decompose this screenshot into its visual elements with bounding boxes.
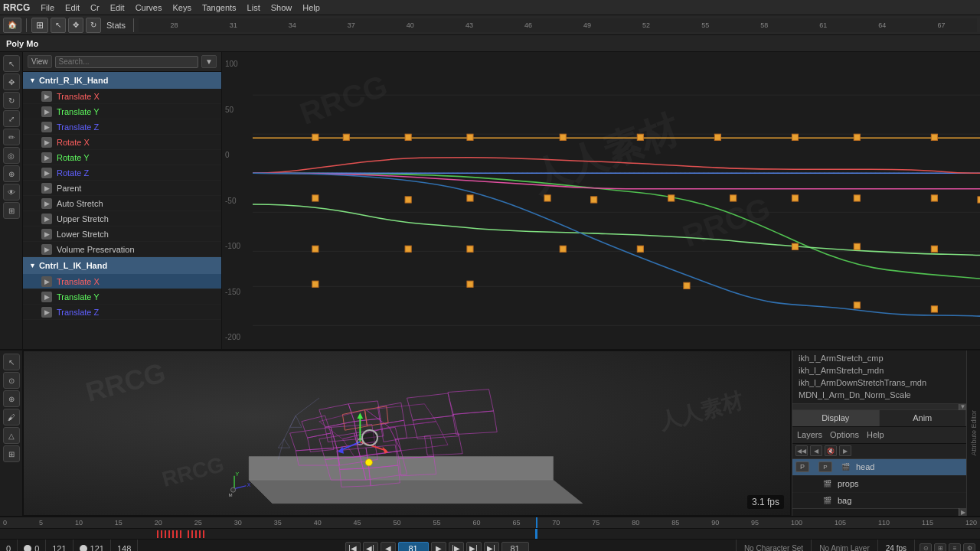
options-tab[interactable]: Options [830, 430, 859, 439]
vp-sidebar-polygon[interactable]: △ [3, 427, 20, 444]
ch-upper-stretch-1[interactable]: ▶ Upper Stretch [23, 211, 221, 227]
pb-next[interactable]: |▶ [449, 542, 464, 552]
vp-sidebar-lasso[interactable]: ⊙ [3, 372, 20, 389]
vp-sidebar-scatter[interactable]: ⊞ [3, 445, 20, 462]
status-frame-total[interactable]: 148 [111, 540, 138, 551]
pb-prev[interactable]: ◀ [381, 542, 396, 552]
status-icon-1[interactable]: ⊙ [920, 543, 932, 552]
ch-translate-z-2[interactable]: ▶ Translate Z [23, 305, 221, 320]
menu-curves[interactable]: Curves [131, 2, 167, 14]
layer-ctrl-2[interactable]: ◀ [810, 445, 822, 456]
timeline-track[interactable] [0, 529, 980, 539]
attr-scrollbar[interactable]: ▼ [792, 404, 966, 410]
menu-file[interactable]: File [36, 2, 59, 14]
pb-last[interactable]: ▶| [484, 542, 499, 552]
status-fps[interactable]: 24 fps [877, 540, 914, 551]
ch-lower-stretch-1[interactable]: ▶ Lower Stretch [23, 227, 221, 242]
pb-first[interactable]: |◀ [345, 542, 361, 552]
status-frame-count[interactable]: 0 [18, 540, 46, 551]
status-frame-end[interactable]: 121 [74, 540, 111, 551]
attr-item-0[interactable]: ikh_l_ArmStretch_cmp [795, 352, 963, 364]
svg-rect-39 [931, 306, 937, 312]
toolbar-move[interactable]: ✥ [68, 18, 83, 33]
svg-text:M: M [228, 492, 232, 497]
layer-btn-p[interactable]: P [795, 461, 809, 472]
layer-ctrl-3[interactable]: 🔇 [825, 445, 837, 456]
svg-rect-10 [467, 134, 473, 140]
toolbar-home[interactable]: 🏠 [3, 18, 21, 33]
layer-btn-head[interactable]: P [818, 461, 832, 472]
ch-translate-z-1[interactable]: ▶ Translate Z [23, 119, 221, 135]
svg-rect-27 [312, 246, 318, 252]
channel-group-2-header[interactable]: ▼ Cntrl_L_IK_Hand [23, 257, 221, 274]
svg-rect-32 [792, 243, 798, 249]
timeline-current-indicator [536, 517, 537, 528]
menu-list[interactable]: List [243, 2, 265, 14]
vp-sidebar-brush[interactable]: 🖌 [3, 409, 20, 425]
vp-sidebar-transform[interactable]: ⊕ [3, 390, 20, 407]
vp-sidebar-select[interactable]: ↖ [3, 354, 20, 370]
viewport-3d[interactable]: RRCG 人人素材 RRCG [23, 350, 792, 516]
ch-translate-y-1[interactable]: ▶ Translate Y [23, 104, 221, 119]
menu-keys[interactable]: Keys [168, 2, 195, 14]
sidebar-icon-magnet[interactable]: ⊕ [3, 165, 20, 182]
ch-translate-x-2[interactable]: ▶ Translate X [23, 274, 221, 289]
status-frame-count2[interactable]: 121 [46, 540, 73, 551]
sidebar-icon-rotate[interactable]: ↻ [3, 92, 20, 109]
search-input[interactable] [55, 56, 199, 68]
svg-rect-9 [405, 134, 411, 140]
status-icon-4[interactable]: ⚙ [963, 543, 975, 552]
end-frame-display[interactable]: 81 [501, 542, 529, 552]
ch-parent-1[interactable]: ▶ Parent [23, 181, 221, 196]
help-tab[interactable]: Help [867, 430, 884, 439]
sidebar-icon-scale[interactable]: ⤢ [3, 110, 20, 127]
menu-edit[interactable]: Edit [60, 2, 84, 14]
layer-row-bag[interactable]: 🎬 bag [792, 493, 966, 509]
layer-row-head[interactable]: P P 🎬 head [792, 459, 966, 476]
sidebar-icon-select[interactable]: ↖ [3, 55, 20, 72]
ch-rotate-y-1[interactable]: ▶ Rotate Y [23, 150, 221, 165]
toolbar-rotate[interactable]: ↻ [86, 18, 101, 33]
sidebar-icon-grid[interactable]: ⊞ [3, 202, 20, 219]
ch-auto-stretch-1[interactable]: ▶ Auto Stretch [23, 196, 221, 211]
anim-tab[interactable]: Anim [880, 410, 967, 426]
sidebar-icon-circle[interactable]: ◎ [3, 147, 20, 164]
pb-prev-key[interactable]: ◀| [363, 542, 378, 552]
attr-item-3[interactable]: MDN_l_Arm_Dn_Norm_Scale [795, 389, 963, 401]
status-frame-start[interactable]: 0 [0, 540, 18, 551]
pb-next-key[interactable]: ▶| [466, 542, 482, 552]
channel-group-1-header[interactable]: ▼ Cntrl_R_IK_Hand [23, 72, 221, 89]
ch-rotate-x-1[interactable]: ▶ Rotate X [23, 135, 221, 150]
sidebar-icon-view[interactable]: 👁 [3, 184, 20, 201]
toolbar-grid[interactable]: ⊞ [31, 18, 48, 33]
ch-translate-x-1[interactable]: ▶ Translate X [23, 89, 221, 104]
ch-volume-preservation-1[interactable]: ▶ Volume Preservation [23, 242, 221, 257]
view-button[interactable]: View [28, 55, 52, 68]
menu-cr[interactable]: Cr [86, 2, 104, 14]
menu-show[interactable]: Show [266, 2, 297, 14]
pb-play[interactable]: ▶ [431, 542, 446, 552]
current-frame-display[interactable]: 81 [398, 542, 429, 552]
layers-tab[interactable]: Layers [797, 430, 822, 439]
layer-ctrl-1[interactable]: ◀◀ [795, 445, 808, 456]
attr-item-1[interactable]: ikh_l_ArmStretch_mdn [795, 364, 963, 377]
layers-bar: Layers Options Help [792, 427, 966, 444]
right-panel-scrollbar[interactable]: ▶ [792, 508, 966, 516]
layer-ctrl-4[interactable]: ▶ [839, 445, 851, 456]
sidebar-icon-move[interactable]: ✥ [3, 73, 20, 90]
layer-row-props[interactable]: 🎬 props [792, 476, 966, 493]
search-dropdown[interactable]: ▼ [201, 55, 217, 68]
ch-translate-y-2[interactable]: ▶ Translate Y [23, 289, 221, 305]
status-icon-3[interactable]: ≡ [949, 543, 961, 552]
attr-item-2[interactable]: ikh_l_ArmDownStretchTrans_mdn [795, 377, 963, 389]
menu-help[interactable]: Help [298, 2, 325, 14]
display-tab[interactable]: Display [792, 410, 880, 426]
sidebar-icon-pen[interactable]: ✏ [3, 129, 20, 145]
menu-tangents[interactable]: Tangents [198, 2, 241, 14]
display-tabs: Display Anim [792, 410, 966, 427]
menu-edit2[interactable]: Edit [106, 2, 129, 14]
toolbar-cursor[interactable]: ↖ [51, 18, 66, 33]
status-icon-2[interactable]: ⊞ [934, 543, 946, 552]
layer-name-bag: bag [838, 496, 963, 505]
ch-rotate-z-1[interactable]: ▶ Rotate Z [23, 165, 221, 181]
